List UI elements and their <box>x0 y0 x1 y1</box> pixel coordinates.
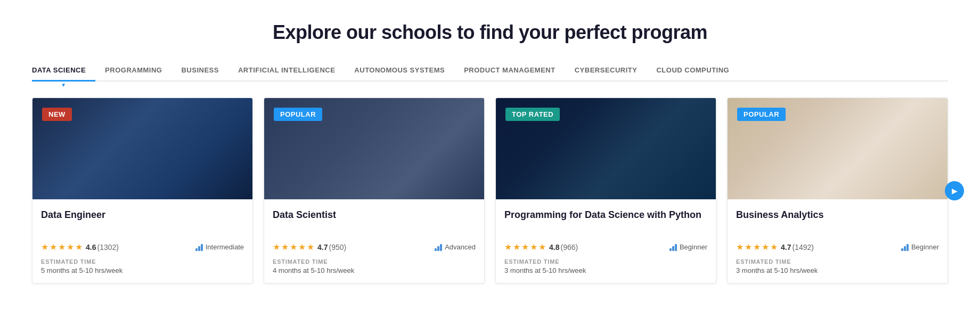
level-bar-1 <box>435 248 437 251</box>
half-star-icon: ★ <box>770 242 778 252</box>
tab-cloud-computing[interactable]: CLOUD COMPUTING <box>647 60 739 80</box>
star-icon: ★ <box>504 242 512 252</box>
star-icon: ★ <box>41 242 48 252</box>
level-bar-1 <box>669 248 672 251</box>
level-bar-2 <box>437 246 439 251</box>
level-icon <box>669 244 677 251</box>
badge-popular: POPULAR <box>737 108 786 121</box>
card-business-analytics[interactable]: POPULAR Business Analytics ★★★★★ 4.7 (14… <box>727 98 948 284</box>
star-icon: ★ <box>67 242 74 252</box>
level-text: Intermediate <box>206 243 244 251</box>
star-icon: ★ <box>298 242 306 252</box>
level-text: Beginner <box>680 243 707 251</box>
star-icon: ★ <box>538 242 546 252</box>
card-title: Business Analytics <box>736 209 939 234</box>
level-bar-3 <box>907 244 909 251</box>
star-icon: ★ <box>762 242 769 252</box>
level-container: Intermediate <box>195 243 244 251</box>
level-bar-3 <box>201 244 203 251</box>
rating-count: (1302) <box>97 243 118 252</box>
card-rating-row: ★★★★★ 4.7 (950) Advanced <box>273 242 476 252</box>
card-rating-row: ★★★★★ 4.7 (1492) Beginner <box>736 242 939 252</box>
estimated-label: ESTIMATED TIME <box>41 258 244 265</box>
star-icon: ★ <box>307 242 314 252</box>
card-image: POPULAR <box>264 98 484 199</box>
rating-value: 4.7 <box>317 243 328 252</box>
level-bar-2 <box>198 246 200 251</box>
card-title: Data Engineer <box>41 209 244 234</box>
level-icon <box>435 244 442 251</box>
card-rating-row: ★★★★★ 4.6 (1302) Intermediate <box>41 242 244 252</box>
tab-business[interactable]: BUSINESS <box>172 60 228 80</box>
stars-container: ★★★★★ 4.7 (950) <box>273 242 346 252</box>
rating-value: 4.8 <box>549 243 559 252</box>
level-bar-3 <box>675 244 677 251</box>
star-icon: ★ <box>290 242 297 252</box>
tab-cybersecurity[interactable]: CYBERSECURITY <box>565 60 647 80</box>
estimated-label: ESTIMATED TIME <box>504 258 707 265</box>
level-bar-2 <box>904 246 906 251</box>
estimated-value: 3 months at 5-10 hrs/week <box>504 266 707 274</box>
rating-value: 4.6 <box>86 243 96 252</box>
card-body: Programming for Data Science with Python… <box>496 199 716 283</box>
star-icon: ★ <box>745 242 752 252</box>
badge-new: NEW <box>42 108 72 121</box>
badge-top-rated: TOP RATED <box>505 108 560 121</box>
stars-container: ★★★★★ 4.6 (1302) <box>41 242 119 252</box>
half-star-icon: ★ <box>75 242 83 252</box>
card-data-scientist[interactable]: POPULAR Data Scientist ★★★★★ 4.7 (950) A… <box>264 98 485 284</box>
tabs-nav: DATA SCIENCEPROGRAMMINGBUSINESSARTIFICIA… <box>32 60 948 82</box>
card-body: Data Scientist ★★★★★ 4.7 (950) Advanced … <box>264 199 484 283</box>
card-body: Data Engineer ★★★★★ 4.6 (1302) Intermedi… <box>32 199 252 283</box>
estimated-value: 3 months at 5-10 hrs/week <box>736 266 939 274</box>
estimated-label: ESTIMATED TIME <box>273 258 476 265</box>
level-container: Advanced <box>435 243 476 251</box>
badge-popular: POPULAR <box>274 108 322 121</box>
estimated-value: 5 months at 5-10 hrs/week <box>41 266 244 274</box>
rating-count: (950) <box>329 243 346 252</box>
level-container: Beginner <box>901 243 939 251</box>
level-bar-1 <box>195 248 198 251</box>
tab-artificial-intelligence[interactable]: ARTIFICIAL INTELLIGENCE <box>228 60 345 80</box>
card-image: TOP RATED <box>496 98 716 199</box>
star-icon: ★ <box>273 242 280 252</box>
tab-data-science[interactable]: DATA SCIENCE <box>32 60 95 80</box>
level-icon <box>195 244 203 251</box>
next-arrow-button[interactable]: ▶ <box>945 181 964 200</box>
cards-wrapper: NEW Data Engineer ★★★★★ 4.6 (1302) Inter… <box>32 98 948 284</box>
card-title: Programming for Data Science with Python <box>504 209 707 234</box>
estimated-label: ESTIMATED TIME <box>736 258 939 265</box>
star-icon: ★ <box>530 242 537 252</box>
estimated-value: 4 months at 5-10 hrs/week <box>273 266 476 274</box>
level-icon <box>901 244 909 251</box>
rating-count: (966) <box>560 243 578 252</box>
star-icon: ★ <box>513 242 520 252</box>
card-programming-python[interactable]: TOP RATED Programming for Data Science w… <box>495 98 716 284</box>
card-rating-row: ★★★★★ 4.8 (966) Beginner <box>504 242 707 252</box>
card-image: NEW <box>32 98 252 199</box>
level-bar-2 <box>672 246 674 251</box>
star-icon: ★ <box>58 242 66 252</box>
level-container: Beginner <box>669 243 707 251</box>
card-title: Data Scientist <box>273 209 476 234</box>
card-image: POPULAR <box>728 98 948 199</box>
star-icon: ★ <box>736 242 744 252</box>
rating-value: 4.7 <box>781 243 791 252</box>
card-data-engineer[interactable]: NEW Data Engineer ★★★★★ 4.6 (1302) Inter… <box>32 98 253 284</box>
card-body: Business Analytics ★★★★★ 4.7 (1492) Begi… <box>728 199 948 283</box>
stars-container: ★★★★★ 4.7 (1492) <box>736 242 814 252</box>
level-bar-3 <box>440 244 442 251</box>
level-text: Advanced <box>445 243 476 251</box>
level-bar-1 <box>901 248 903 251</box>
tab-programming[interactable]: PROGRAMMING <box>95 60 172 80</box>
star-icon: ★ <box>521 242 529 252</box>
cards-container: NEW Data Engineer ★★★★★ 4.6 (1302) Inter… <box>32 98 948 284</box>
star-icon: ★ <box>753 242 761 252</box>
stars-container: ★★★★★ 4.8 (966) <box>504 242 578 252</box>
page-title: Explore our schools to find your perfect… <box>32 21 948 44</box>
tab-autonomous-systems[interactable]: AUTONOMOUS SYSTEMS <box>345 60 454 80</box>
level-text: Beginner <box>911 243 939 251</box>
tab-product-management[interactable]: PRODUCT MANAGEMENT <box>454 60 565 80</box>
star-icon: ★ <box>281 242 289 252</box>
star-icon: ★ <box>50 242 57 252</box>
